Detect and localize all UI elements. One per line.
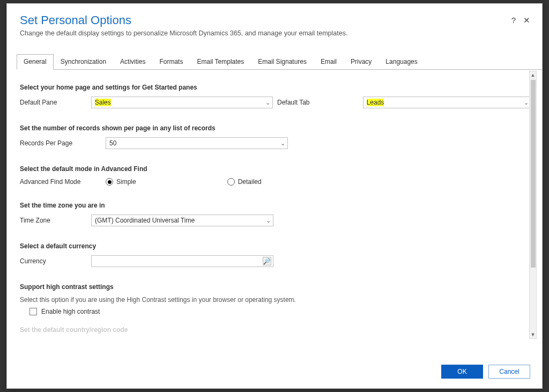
dialog-footer: OK Cancel bbox=[7, 359, 542, 388]
section-high-contrast-title: Support high contrast settings bbox=[20, 283, 531, 291]
close-icon[interactable]: ✕ bbox=[523, 16, 530, 25]
advanced-find-mode-label: Advanced Find Mode bbox=[20, 178, 106, 186]
default-tab-select[interactable]: Leads ⌄ bbox=[363, 97, 531, 108]
dialog-title: Set Personal Options bbox=[20, 13, 529, 27]
section-currency-title: Select a default currency bbox=[20, 242, 531, 250]
section-homepage-title: Select your home page and settings for G… bbox=[20, 84, 531, 91]
tab-formats[interactable]: Formats bbox=[152, 54, 190, 70]
tab-general[interactable]: General bbox=[17, 54, 54, 70]
timezone-value: (GMT) Coordinated Universal Time bbox=[95, 217, 195, 224]
tab-synchronization[interactable]: Synchronization bbox=[54, 54, 113, 70]
tab-privacy[interactable]: Privacy bbox=[344, 54, 379, 70]
records-per-page-label: Records Per Page bbox=[20, 139, 106, 147]
section-country-code-title: Set the default country/region code bbox=[20, 326, 159, 334]
checkbox-box-icon bbox=[29, 308, 37, 315]
ok-button[interactable]: OK bbox=[441, 365, 483, 379]
tab-activities[interactable]: Activities bbox=[113, 54, 152, 70]
vertical-scrollbar[interactable]: ▲ ▼ bbox=[529, 71, 537, 339]
radio-detailed[interactable]: Detailed bbox=[227, 178, 262, 186]
section-records-title: Set the number of records shown per page… bbox=[20, 124, 531, 132]
section-high-contrast-desc: Select this option if you are using the … bbox=[20, 296, 531, 304]
chevron-down-icon: ⌄ bbox=[280, 140, 285, 147]
currency-label: Currency bbox=[20, 257, 91, 265]
default-pane-select[interactable]: Sales ⌄ bbox=[91, 97, 273, 108]
dialog-body: Select your home page and settings for G… bbox=[17, 70, 538, 354]
personal-options-dialog: Set Personal Options Change the default … bbox=[6, 3, 543, 389]
scroll-down-arrow-icon[interactable]: ▼ bbox=[530, 331, 536, 338]
records-per-page-select[interactable]: 50 ⌄ bbox=[106, 137, 288, 149]
tab-email[interactable]: Email bbox=[314, 54, 344, 70]
section-advanced-find-title: Select the default mode in Advanced Find bbox=[20, 165, 531, 173]
section-timezone-title: Set the time zone you are in bbox=[20, 202, 531, 209]
default-tab-label: Default Tab bbox=[277, 99, 359, 106]
lookup-icon[interactable]: 🔎 bbox=[263, 257, 271, 265]
scroll-up-arrow-icon[interactable]: ▲ bbox=[530, 71, 536, 79]
tab-strip: General Synchronization Activities Forma… bbox=[17, 54, 542, 70]
dialog-subtitle: Change the default display settings to p… bbox=[20, 29, 529, 37]
radio-simple[interactable]: Simple bbox=[106, 178, 136, 186]
enable-high-contrast-label: Enable high contrast bbox=[41, 308, 100, 315]
chevron-down-icon: ⌄ bbox=[265, 99, 270, 106]
tab-languages[interactable]: Languages bbox=[379, 54, 424, 70]
cancel-button[interactable]: Cancel bbox=[488, 365, 530, 379]
chevron-down-icon: ⌄ bbox=[266, 217, 271, 224]
dialog-header: Set Personal Options Change the default … bbox=[7, 4, 542, 39]
default-tab-value: Leads bbox=[367, 99, 384, 106]
help-icon[interactable]: ? bbox=[511, 16, 516, 25]
radio-icon bbox=[106, 178, 113, 186]
radio-icon bbox=[227, 178, 235, 186]
tab-email-templates[interactable]: Email Templates bbox=[190, 54, 251, 70]
default-pane-label: Default Pane bbox=[20, 99, 91, 106]
timezone-select[interactable]: (GMT) Coordinated Universal Time ⌄ bbox=[91, 215, 273, 226]
enable-high-contrast-checkbox[interactable]: Enable high contrast bbox=[29, 308, 531, 315]
records-per-page-value: 50 bbox=[109, 139, 116, 147]
scroll-thumb[interactable] bbox=[531, 80, 536, 268]
tab-email-signatures[interactable]: Email Signatures bbox=[251, 54, 314, 70]
default-pane-value: Sales bbox=[95, 99, 111, 106]
radio-simple-label: Simple bbox=[116, 178, 136, 186]
radio-detailed-label: Detailed bbox=[238, 178, 262, 186]
chevron-down-icon: ⌄ bbox=[524, 99, 529, 106]
timezone-label: Time Zone bbox=[20, 217, 91, 224]
currency-lookup[interactable]: 🔎 bbox=[91, 255, 273, 267]
